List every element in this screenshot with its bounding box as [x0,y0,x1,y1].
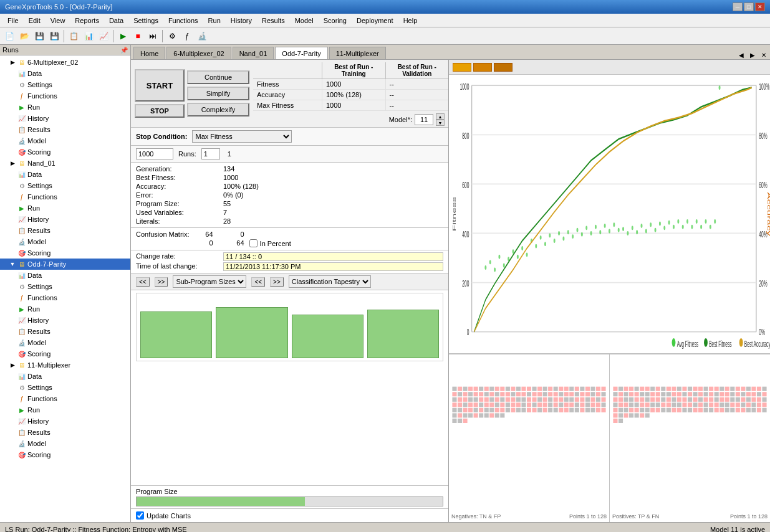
svg-rect-279 [682,392,686,396]
tb-settings[interactable]: ⚙ [165,29,179,43]
chart-right-nav1[interactable]: << [251,277,265,287]
menu-settings[interactable]: Settings [128,16,163,26]
tree-history-6mx[interactable]: 📈History [0,113,130,124]
tree-scoring-11mx[interactable]: 🎯Scoring [0,449,130,460]
tab-prev[interactable]: ◀ [736,51,746,59]
tb-save2[interactable]: 💾 [47,29,61,43]
tree-data-odd7[interactable]: 📊Data [0,270,130,281]
menu-file[interactable]: File [2,16,24,26]
chart-left-nav2[interactable]: >> [155,277,168,287]
tree-item-nand[interactable]: ▶ 🖥 Nand_01 [0,158,130,169]
tree-results-odd7[interactable]: 📋Results [0,326,130,337]
tree-item-11mx[interactable]: ▶ 🖥 11-Multiplexer [0,359,130,371]
tree-results-nand[interactable]: 📋Results [0,225,130,236]
runs-input[interactable] [136,148,173,159]
positives-footer: Positives: TP & FN Points 1 to 128 [612,513,768,520]
tree-run-6mx[interactable]: ▶Run [0,102,130,113]
tree-results-6mx[interactable]: 📋Results [0,124,130,135]
tree-item-odd7[interactable]: ▼ 🖥 Odd-7-Parity [0,259,130,270]
tree-run-nand[interactable]: ▶Run [0,202,130,214]
tree-history-odd7[interactable]: 📈History [0,315,130,326]
tree-scoring-6mx[interactable]: 🎯Scoring [0,146,130,158]
tapestry-select[interactable]: Classification Tapestry Fitness Landscap… [289,275,371,288]
maximize-button[interactable]: □ [744,2,754,11]
svg-rect-260 [736,387,740,391]
tree-run-odd7[interactable]: ▶Run [0,303,130,315]
menu-functions[interactable]: Functions [163,16,203,26]
svg-rect-377 [741,408,745,412]
tb-chart2[interactable]: 📈 [97,29,110,43]
tree-run-11mx[interactable]: ▶Run [0,404,130,416]
tb-model[interactable]: 🔬 [195,29,209,43]
menu-help[interactable]: Help [398,16,423,26]
tree-settings-6mx[interactable]: ⚙Settings [0,79,130,90]
tree-settings-11mx[interactable]: ⚙Settings [0,382,130,393]
tree-data-nand[interactable]: 📊Data [0,169,130,180]
menu-deployment[interactable]: Deployment [352,16,398,26]
stop-condition-select[interactable]: Max Fitness Max Generations Max Time [192,130,292,143]
tree-item-6mx[interactable]: ▶ 🖥 6-Multiplexer_02 [0,57,130,68]
menu-scoring[interactable]: Scoring [319,16,352,26]
tb-chart[interactable]: 📊 [82,29,95,43]
tree-data-11mx[interactable]: 📊Data [0,371,130,382]
tab-odd7[interactable]: Odd-7-Parity [275,47,327,59]
update-charts-checkbox[interactable] [136,511,144,520]
svg-rect-385 [629,413,633,417]
tree-results-11mx[interactable]: 📋Results [0,427,130,438]
tb-new[interactable]: 📄 [2,29,16,43]
menu-run[interactable]: Run [203,16,226,26]
runs-count-input[interactable] [201,148,220,159]
tree-settings-nand[interactable]: ⚙Settings [0,180,130,191]
menu-data[interactable]: Data [104,16,128,26]
chart-left-nav1[interactable]: << [136,277,150,287]
menu-view[interactable]: View [46,16,70,26]
menu-results[interactable]: Results [257,16,290,26]
tree-functions-11mx[interactable]: ƒFunctions [0,393,130,404]
tree-scoring-nand[interactable]: 🎯Scoring [0,247,130,259]
model-up[interactable]: ▲ [436,113,445,120]
complexify-button[interactable]: Complexify [187,103,249,116]
tree-history-nand[interactable]: 📈History [0,214,130,225]
model-down[interactable]: ▼ [436,120,445,126]
tb-stop[interactable]: ■ [131,29,145,43]
tree-functions-odd7[interactable]: ƒFunctions [0,292,130,303]
tb-open[interactable]: 📂 [17,29,31,43]
tree-model-11mx[interactable]: 🔬Model [0,438,130,449]
tree-functions-nand[interactable]: ƒFunctions [0,191,130,202]
menu-edit[interactable]: Edit [24,16,46,26]
tree-settings-odd7[interactable]: ⚙Settings [0,281,130,292]
svg-rect-327 [629,402,633,407]
tab-close[interactable]: ✕ [759,51,769,59]
in-percent-checkbox[interactable] [249,239,257,247]
menu-history[interactable]: History [226,16,257,26]
simplify-button[interactable]: Simplify [187,87,249,100]
start-button[interactable]: START [135,69,185,102]
tree-model-odd7[interactable]: 🔬Model [0,337,130,348]
tb-function[interactable]: ƒ [180,29,194,43]
menu-model[interactable]: Model [290,16,319,26]
model-input[interactable] [415,114,433,125]
tb-save[interactable]: 💾 [32,29,46,43]
close-button[interactable]: ✕ [755,2,765,11]
continue-button[interactable]: Continue [187,70,249,84]
tab-11mx[interactable]: 11-Multiplexer [329,47,386,59]
tree-data-6mx[interactable]: 📊Data [0,68,130,79]
sub-program-select[interactable]: Sub-Program Sizes Program Sizes [173,275,246,288]
fitness-chart-container: 1000 800 600 400 200 0 100% 80% 60% 40% … [449,75,770,354]
stop-button[interactable]: STOP [135,104,185,118]
tree-functions-6mx[interactable]: ƒFunctions [0,90,130,102]
tree-model-6mx[interactable]: 🔬Model [0,135,130,146]
menu-reports[interactable]: Reports [70,16,104,26]
minimize-button[interactable]: ─ [733,2,743,11]
tree-model-nand[interactable]: 🔬Model [0,236,130,247]
tab-nand[interactable]: Nand_01 [233,47,274,59]
tree-history-11mx[interactable]: 📈History [0,416,130,427]
tree-scoring-odd7[interactable]: 🎯Scoring [0,348,130,359]
tab-home[interactable]: Home [133,47,165,59]
tb-step[interactable]: ⏭ [146,29,160,43]
tb-copy[interactable]: 📋 [67,29,80,43]
chart-right-nav2[interactable]: >> [270,277,284,287]
tab-6mx[interactable]: 6-Multiplexer_02 [166,47,231,59]
tab-next[interactable]: ▶ [748,51,758,59]
tb-run[interactable]: ▶ [116,29,130,43]
